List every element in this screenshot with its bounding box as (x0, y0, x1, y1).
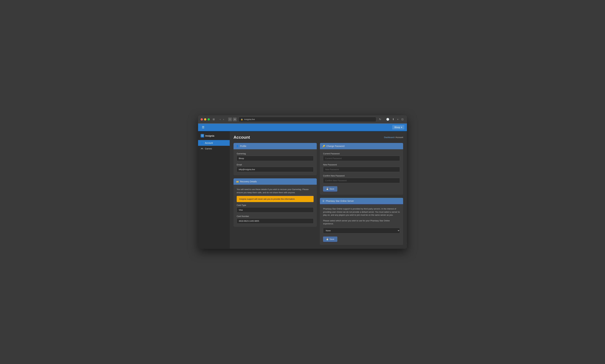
server-select[interactable]: None (323, 228, 400, 234)
right-column: 🔑 Change Password Current Password New P… (320, 143, 403, 245)
toolbar-right: 🕐 ⬆ + ⊡ (385, 117, 404, 121)
recovery-header-label: Recovery Details (240, 180, 257, 183)
browser-window: ⊞ ‹ › ⬡ JS 🔒 insignia.live ↻ 🕐 ⬆ + ⊡ ☰ B… (198, 115, 407, 249)
app-name: Insignia (205, 134, 214, 137)
card-number-group: Card Number (237, 215, 314, 224)
forward-button[interactable]: › (222, 117, 225, 121)
user-name: Bloop (394, 126, 400, 129)
recovery-description: You will need to use these details if yo… (237, 188, 314, 194)
nav-buttons: ‹ › (219, 117, 225, 121)
pso-save-icon: 💾 (326, 238, 329, 240)
user-menu-button[interactable]: Bloop ▾ (392, 125, 404, 130)
password-save-label: Save (330, 188, 334, 190)
change-password-label: Change Password (326, 145, 344, 147)
lock-icon: 🔒 (241, 118, 243, 120)
email-input[interactable] (237, 167, 314, 172)
top-nav: ☰ Bloop ▾ (198, 123, 407, 131)
current-password-input[interactable] (323, 156, 400, 161)
pso-save-button[interactable]: 💾 Save (323, 236, 337, 242)
sidebar-item-account[interactable]: 👤 Account (198, 140, 230, 146)
account-icon: 👤 (201, 142, 203, 144)
recovery-header-icon: 💳 (236, 180, 239, 183)
pso-description-1: Phantasy Star Online support is provided… (323, 207, 400, 217)
new-password-group: New Password (323, 164, 400, 172)
pso-card: ☰ Phantasy Star Online Server Phantasy S… (320, 198, 403, 245)
card-number-label: Card Number (237, 215, 314, 217)
new-password-input[interactable] (323, 167, 400, 172)
maximize-button[interactable] (208, 118, 210, 120)
card-number-input[interactable] (237, 218, 314, 224)
extension-icon-1[interactable]: ⬡ (228, 117, 232, 121)
email-group: Email (237, 164, 314, 172)
add-tab-button[interactable]: + (396, 117, 400, 121)
password-save-button[interactable]: 💾 Save (323, 186, 337, 192)
gamertag-group: Gamertag (237, 152, 314, 161)
back-button[interactable]: ‹ (219, 117, 221, 121)
app-logo: ⬡ Insignia (198, 132, 230, 140)
page-title: Account (233, 135, 250, 140)
confirm-password-label: Confirm New Password (323, 175, 400, 177)
sidebar: ⬡ Insignia 👤 Account 🎮 Games (198, 131, 230, 249)
address-bar[interactable]: 🔒 insignia.live (239, 117, 376, 122)
confirm-password-group: Confirm New Password (323, 175, 400, 183)
pso-header-icon: ☰ (323, 200, 324, 202)
sidebar-item-games-label: Games (205, 147, 212, 150)
content-grid: 👤 Profile Gamertag Email (233, 143, 403, 245)
email-label: Email (237, 164, 314, 166)
pso-header-label: Phantasy Star Online Server (326, 200, 354, 202)
traffic-lights (201, 118, 210, 120)
pso-card-body: Phantasy Star Online support is provided… (320, 204, 403, 245)
extension-icon-2[interactable]: JS (233, 117, 237, 121)
current-password-group: Current Password (323, 152, 400, 161)
breadcrumb-current: Account (396, 136, 403, 139)
main-body: ⬡ Insignia 👤 Account 🎮 Games Account (198, 131, 407, 249)
app-layout: ☰ Bloop ▾ ⬡ Insignia 👤 Account 🎮 (198, 123, 407, 249)
change-password-card: 🔑 Change Password Current Password New P… (320, 143, 403, 195)
recovery-card-body: You will need to use these details if yo… (233, 185, 317, 227)
card-type-group: Card Type (237, 204, 314, 212)
profile-header-icon: 👤 (236, 145, 239, 147)
change-password-body: Current Password New Password Confirm Ne… (320, 149, 403, 195)
pso-save-label: Save (330, 238, 334, 240)
user-chevron-icon: ▾ (401, 126, 402, 129)
breadcrumb-dashboard-link[interactable]: Dashboard (384, 136, 394, 139)
page-header: Account Dashboard / Account (233, 135, 403, 140)
minimize-button[interactable] (204, 118, 206, 120)
hamburger-button[interactable]: ☰ (201, 125, 206, 130)
key-icon: 🔑 (323, 145, 325, 147)
confirm-password-input[interactable] (323, 178, 400, 183)
warning-alert: Insignia support will never ask you to p… (237, 196, 314, 202)
warning-text: Insignia support will never ask you to p… (239, 198, 295, 200)
pso-card-header: ☰ Phantasy Star Online Server (320, 198, 403, 204)
recovery-card-header: 💳 Recovery Details (233, 178, 317, 185)
breadcrumb: Dashboard / Account (384, 136, 403, 139)
more-button[interactable]: ⊡ (401, 117, 404, 121)
title-bar: ⊞ ‹ › ⬡ JS 🔒 insignia.live ↻ 🕐 ⬆ + ⊡ (198, 115, 407, 123)
profile-header-label: Profile (240, 145, 246, 147)
card-type-input[interactable] (237, 207, 314, 212)
current-password-label: Current Password (323, 152, 400, 155)
share-button[interactable]: ⬆ (391, 117, 395, 121)
sidebar-toggle-button[interactable]: ⊞ (212, 117, 216, 121)
gamertag-input[interactable] (237, 156, 314, 161)
games-icon: 🎮 (201, 147, 203, 150)
profile-card: 👤 Profile Gamertag Email (233, 143, 317, 175)
change-password-header: 🔑 Change Password (320, 143, 403, 149)
profile-card-header: 👤 Profile (233, 143, 317, 149)
left-column: 👤 Profile Gamertag Email (233, 143, 317, 227)
password-save-icon: 💾 (326, 188, 329, 190)
sidebar-item-account-label: Account (205, 142, 213, 144)
sidebar-item-games[interactable]: 🎮 Games (198, 146, 230, 152)
profile-card-body: Gamertag Email (233, 149, 317, 175)
close-button[interactable] (201, 118, 203, 120)
url-text: insignia.live (244, 118, 255, 120)
clock-button[interactable]: 🕐 (385, 117, 390, 121)
refresh-button[interactable]: ↻ (378, 117, 382, 121)
card-type-label: Card Type (237, 204, 314, 206)
server-select-group: None (323, 228, 400, 234)
recovery-card: 💳 Recovery Details You will need to use … (233, 178, 317, 227)
gamertag-label: Gamertag (237, 152, 314, 155)
content-area: Account Dashboard / Account 👤 (230, 131, 407, 249)
new-password-label: New Password (323, 164, 400, 166)
pso-description-2: Please select which server you wish to u… (323, 219, 400, 225)
